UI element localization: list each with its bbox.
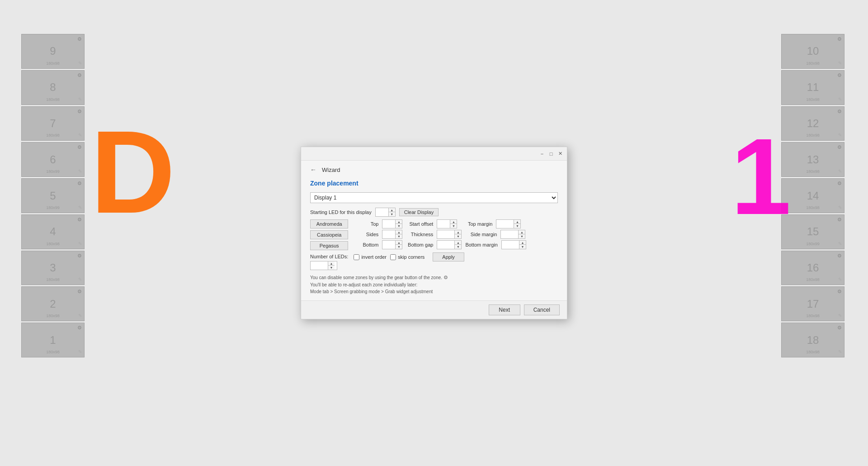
display-selector-row: Display 1 Display 2 Display 3 <box>310 192 558 203</box>
thickness-up[interactable]: ▲ <box>455 230 461 234</box>
top-field-row: Top 3 ▲ ▼ Start offset 0 ▲ <box>354 219 526 228</box>
bottom-gap-down[interactable]: ▼ <box>455 245 461 249</box>
top-down[interactable]: ▼ <box>396 224 402 228</box>
bottom-value[interactable]: 3 <box>382 241 395 249</box>
skip-corners-checkbox[interactable] <box>390 254 396 260</box>
zone-btn-pegasus[interactable]: Pegasus <box>310 241 348 250</box>
bottom-up[interactable]: ▲ <box>396 241 402 245</box>
num-leds-label: Number of LEDs: <box>310 254 348 259</box>
sides-up[interactable]: ▲ <box>396 230 402 234</box>
start-offset-label: Start offset <box>406 221 433 227</box>
display-select[interactable]: Display 1 Display 2 Display 3 <box>310 192 558 203</box>
top-margin-spinner[interactable]: 0,0% ▲ ▼ <box>496 219 521 228</box>
top-margin-up[interactable]: ▲ <box>514 220 520 224</box>
top-spinner[interactable]: 3 ▲ ▼ <box>382 219 402 228</box>
bottom-label: Bottom <box>354 242 378 247</box>
modal-header: ← Wizard <box>301 161 567 176</box>
bottom-gap-up[interactable]: ▲ <box>455 241 461 245</box>
side-margin-value[interactable]: 0,0% <box>501 230 518 238</box>
modal-titlebar: − □ ✕ <box>301 147 567 161</box>
sides-label: Sides <box>354 232 378 237</box>
invert-order-label: invert order <box>361 254 387 260</box>
num-leds-value[interactable]: 18 <box>311 262 328 270</box>
modal-footer: Next Cancel <box>301 300 567 319</box>
zone-btn-andromeda[interactable]: Andromeda <box>310 219 348 228</box>
start-offset-value[interactable]: 0 <box>437 220 450 228</box>
num-leds-row: Number of LEDs: <box>310 254 348 259</box>
top-margin-value[interactable]: 0,0% <box>496 220 514 228</box>
num-leds-spinner-btns: ▲ ▼ <box>328 262 335 270</box>
starting-led-up[interactable]: ▲ <box>389 208 395 212</box>
maximize-button[interactable]: □ <box>547 150 555 158</box>
minimize-button[interactable]: − <box>538 150 546 158</box>
bottom-gap-spinner[interactable]: 33% ▲ ▼ <box>437 240 462 249</box>
side-margin-spinner[interactable]: 0,0% ▲ ▼ <box>500 230 525 239</box>
start-offset-spinner[interactable]: 0 ▲ ▼ <box>437 219 457 228</box>
bottom-spinner[interactable]: 3 ▲ ▼ <box>382 240 402 249</box>
next-button[interactable]: Next <box>489 304 520 315</box>
thickness-down[interactable]: ▼ <box>455 234 461 238</box>
modal-body: Zone placement Display 1 Display 2 Displ… <box>301 176 567 300</box>
starting-led-row: Starting LED for this display 1 ▲ ▼ Clea… <box>310 208 558 217</box>
back-button[interactable]: ← <box>308 165 318 174</box>
zone-layout: Andromeda Cassiopeia Pegasus Number of L… <box>310 219 558 270</box>
wizard-title: Wizard <box>322 166 340 173</box>
zone-placement-title: Zone placement <box>310 180 558 187</box>
clear-display-button[interactable]: Clear Display <box>399 208 439 216</box>
info-line-1: You can disable some zones by using the … <box>310 274 558 281</box>
fields-container: Top 3 ▲ ▼ Start offset 0 ▲ <box>354 219 526 270</box>
skip-corners-checkbox-label[interactable]: skip corners <box>390 254 425 260</box>
modal-overlay: − □ ✕ ← Wizard Zone placement Display 1 … <box>0 0 868 466</box>
top-up[interactable]: ▲ <box>396 220 402 224</box>
bottom-margin-spinner[interactable]: 0,0% ▲ ▼ <box>501 240 526 249</box>
num-leds-up[interactable]: ▲ <box>328 262 335 266</box>
zone-buttons-section: Andromeda Cassiopeia Pegasus Number of L… <box>310 219 348 270</box>
num-leds-down[interactable]: ▼ <box>328 266 335 270</box>
thickness-value[interactable]: 15% <box>437 230 454 238</box>
invert-order-checkbox-label[interactable]: invert order <box>354 254 387 260</box>
thickness-spinner[interactable]: 15% ▲ ▼ <box>437 230 462 239</box>
top-label: Top <box>354 221 378 227</box>
side-margin-up[interactable]: ▲ <box>519 230 525 234</box>
close-button[interactable]: ✕ <box>556 150 564 158</box>
info-line-3: Mode tab > Screen grabbing mode > Grab w… <box>310 288 558 295</box>
starting-led-spinner-btns: ▲ ▼ <box>388 208 395 216</box>
starting-led-value[interactable]: 1 <box>376 208 388 216</box>
gear-icon: ⚙ <box>443 275 448 280</box>
skip-corners-label: skip corners <box>398 254 425 260</box>
info-text: You can disable some zones by using the … <box>310 274 558 295</box>
wizard-modal: − □ ✕ ← Wizard Zone placement Display 1 … <box>301 147 567 319</box>
cancel-button[interactable]: Cancel <box>524 304 560 315</box>
num-leds-spinner[interactable]: 18 ▲ ▼ <box>310 261 337 270</box>
starting-led-down[interactable]: ▼ <box>389 212 395 216</box>
sides-down[interactable]: ▼ <box>396 234 402 238</box>
invert-order-checkbox[interactable] <box>354 254 359 260</box>
starting-led-label: Starting LED for this display <box>310 209 372 215</box>
bottom-gap-value[interactable]: 33% <box>437 241 454 249</box>
bottom-margin-down[interactable]: ▼ <box>519 245 526 249</box>
sides-value[interactable]: 2 <box>382 230 395 238</box>
checkboxes-row: invert order skip corners Apply <box>354 252 526 262</box>
thickness-label: Thickness <box>406 232 433 237</box>
bottom-gap-label: Bottom gap <box>406 242 433 247</box>
top-margin-label: Top margin <box>461 221 492 227</box>
bottom-margin-value[interactable]: 0,0% <box>502 241 519 249</box>
sides-field-row: Sides 2 ▲ ▼ Thickness 15% ▲ <box>354 230 526 239</box>
side-margin-down[interactable]: ▼ <box>519 234 525 238</box>
bottom-margin-up[interactable]: ▲ <box>519 241 526 245</box>
zone-btn-cassiopeia[interactable]: Cassiopeia <box>310 230 348 239</box>
top-margin-down[interactable]: ▼ <box>514 224 520 228</box>
start-offset-up[interactable]: ▲ <box>450 220 457 224</box>
info-line-2: You'll be able to re-adjust each zone in… <box>310 281 558 288</box>
top-value[interactable]: 3 <box>382 220 395 228</box>
sides-spinner[interactable]: 2 ▲ ▼ <box>382 230 402 239</box>
bottom-margin-label: Bottom margin <box>465 242 498 247</box>
starting-led-spinner[interactable]: 1 ▲ ▼ <box>375 208 396 217</box>
start-offset-down[interactable]: ▼ <box>450 224 457 228</box>
bottom-field-row: Bottom 3 ▲ ▼ Bottom gap 33% <box>354 240 526 249</box>
bottom-down[interactable]: ▼ <box>396 245 402 249</box>
apply-button[interactable]: Apply <box>433 252 464 262</box>
side-margin-label: Side margin <box>465 232 497 237</box>
